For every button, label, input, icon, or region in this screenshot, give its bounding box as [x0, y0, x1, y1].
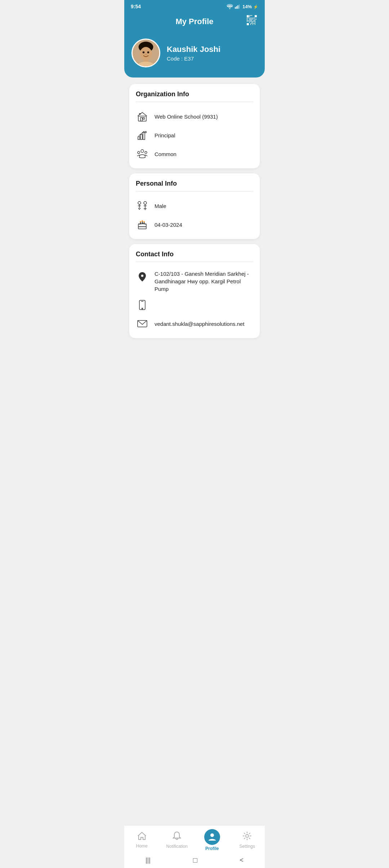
svg-rect-29 — [256, 19, 256, 19]
svg-rect-25 — [252, 18, 253, 18]
svg-point-0 — [229, 8, 231, 9]
svg-rect-18 — [251, 18, 252, 18]
svg-point-77 — [142, 220, 143, 222]
svg-rect-6 — [249, 15, 250, 16]
personal-divider — [136, 191, 253, 191]
svg-rect-36 — [249, 21, 250, 22]
birthday-row: 04-03-2024 — [136, 215, 253, 234]
svg-rect-33 — [248, 20, 249, 21]
location-icon — [136, 270, 149, 283]
address-text: C-102/103 - Ganesh Meridian Sarkhej - Ga… — [155, 270, 253, 293]
svg-point-81 — [141, 274, 144, 277]
svg-point-70 — [145, 151, 147, 154]
svg-rect-45 — [255, 22, 255, 23]
signal-icon — [235, 4, 241, 9]
contact-info-title: Contact Info — [136, 251, 253, 258]
svg-point-58 — [147, 51, 149, 53]
svg-point-76 — [140, 221, 141, 222]
svg-rect-41 — [255, 21, 255, 22]
svg-rect-38 — [251, 21, 252, 22]
svg-rect-7 — [250, 15, 251, 16]
phone-icon — [136, 298, 149, 311]
org-school-row: Web Online School (9931) — [136, 107, 253, 126]
svg-rect-30 — [254, 20, 254, 21]
svg-rect-52 — [252, 24, 253, 25]
svg-rect-42 — [249, 22, 250, 23]
group-icon — [136, 147, 149, 160]
personal-info-card: Personal Info Male — [129, 173, 260, 239]
svg-rect-20 — [250, 19, 251, 19]
status-time: 9:54 — [131, 4, 141, 9]
gender-text: Male — [155, 202, 166, 210]
svg-rect-2 — [236, 6, 237, 9]
contact-info-card: Contact Info C-102/103 - Ganesh Meridian… — [129, 244, 260, 338]
status-icons: 14% ⚡ — [227, 4, 258, 9]
svg-rect-3 — [238, 5, 238, 9]
svg-point-68 — [141, 150, 144, 152]
svg-point-71 — [138, 201, 141, 204]
svg-rect-24 — [251, 20, 252, 21]
wifi-icon — [227, 4, 233, 9]
svg-rect-27 — [252, 19, 253, 19]
svg-point-59 — [145, 54, 147, 55]
svg-rect-13 — [247, 18, 247, 18]
email-text: vedant.shukla@sapphiresolutions.net — [155, 320, 245, 328]
svg-rect-21 — [251, 19, 252, 19]
gender-icon — [136, 199, 149, 212]
svg-rect-16 — [249, 18, 250, 18]
svg-rect-47 — [251, 23, 252, 24]
svg-point-83 — [142, 308, 143, 309]
school-icon — [136, 110, 149, 123]
email-icon — [136, 317, 149, 330]
svg-rect-63 — [140, 118, 142, 121]
svg-rect-80 — [138, 227, 146, 229]
svg-rect-44 — [252, 22, 253, 23]
phone-row — [136, 296, 253, 314]
svg-rect-46 — [250, 23, 251, 24]
svg-rect-51 — [250, 24, 251, 25]
org-type-row: Common — [136, 145, 253, 163]
org-school-text: Web Online School (9931) — [155, 113, 218, 120]
svg-rect-9 — [255, 15, 257, 17]
org-info-title: Organization Info — [136, 90, 253, 98]
svg-rect-66 — [140, 134, 142, 140]
avatar — [131, 39, 160, 67]
svg-rect-53 — [255, 24, 255, 25]
svg-rect-37 — [250, 21, 251, 22]
qr-code-icon[interactable] — [245, 14, 258, 28]
svg-point-72 — [144, 201, 147, 204]
svg-rect-67 — [143, 132, 145, 140]
svg-rect-22 — [249, 20, 250, 21]
status-bar: 9:54 14% ⚡ — [124, 0, 265, 12]
svg-rect-43 — [251, 22, 252, 23]
contact-divider — [136, 262, 253, 262]
svg-rect-28 — [255, 19, 255, 19]
org-role-row: Principal — [136, 126, 253, 145]
svg-rect-49 — [254, 23, 254, 24]
svg-rect-5 — [247, 15, 249, 17]
svg-rect-14 — [248, 18, 249, 18]
header: My Profile — [124, 12, 265, 35]
svg-rect-48 — [252, 23, 253, 24]
profile-name: Kaushik Joshi — [167, 45, 220, 54]
svg-rect-26 — [254, 18, 254, 18]
svg-rect-64 — [143, 118, 144, 119]
birthday-icon — [136, 218, 149, 231]
svg-rect-34 — [247, 21, 247, 22]
svg-rect-12 — [247, 23, 249, 25]
svg-rect-4 — [239, 4, 240, 9]
birthday-text: 04-03-2024 — [155, 221, 182, 229]
battery-text: 14% ⚡ — [242, 4, 258, 9]
page-title: My Profile — [144, 17, 245, 26]
profile-info: Kaushik Joshi Code : E37 — [167, 45, 220, 62]
chart-icon — [136, 129, 149, 142]
svg-rect-15 — [247, 19, 247, 19]
profile-code: Code : E37 — [167, 56, 220, 62]
gender-row: Male — [136, 196, 253, 215]
address-row: C-102/103 - Ganesh Meridian Sarkhej - Ga… — [136, 267, 253, 296]
svg-rect-65 — [138, 137, 140, 140]
personal-info-title: Personal Info — [136, 180, 253, 187]
svg-rect-23 — [250, 20, 251, 21]
svg-rect-17 — [250, 18, 251, 18]
svg-rect-50 — [255, 23, 255, 24]
